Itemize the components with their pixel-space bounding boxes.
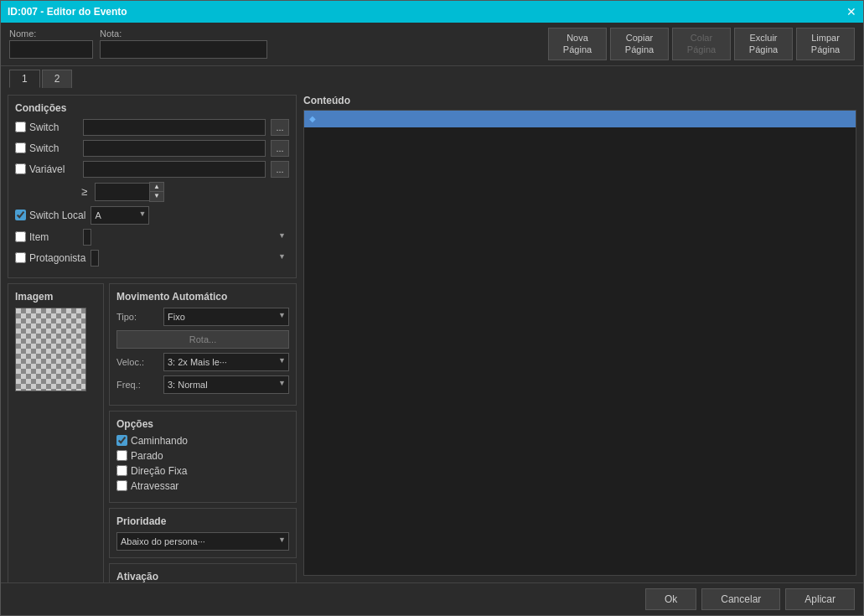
- spin-up-btn[interactable]: ▲: [150, 183, 163, 192]
- atravessar-label: Atravessar: [131, 480, 178, 492]
- opt-atravessar: Atravessar: [116, 480, 289, 492]
- freq-dropdown-wrap: 3: Normal: [163, 375, 289, 394]
- variavel-btn[interactable]: ...: [271, 161, 289, 178]
- nota-input[interactable]: [100, 40, 267, 59]
- veloc-row: Veloc.: 3: 2x Mais le···: [116, 353, 289, 371]
- title-bar: ID:007 - Editor do Evento ✕: [1, 1, 863, 23]
- item-dropdown[interactable]: [83, 229, 91, 246]
- protagonista-label[interactable]: Protagonista: [15, 252, 85, 264]
- ok-button[interactable]: Ok: [645, 588, 696, 610]
- protagonista-checkbox[interactable]: [15, 252, 26, 263]
- image-preview[interactable]: [15, 308, 86, 391]
- switch2-checkbox[interactable]: [15, 142, 26, 153]
- switch2-btn[interactable]: ...: [271, 140, 289, 157]
- content-row[interactable]: ◆: [304, 111, 856, 127]
- switch-local-label[interactable]: Switch Local: [15, 210, 85, 221]
- item-label[interactable]: Item: [15, 231, 78, 243]
- num-spinners: ▲ ▼: [149, 182, 164, 202]
- tipo-dropdown[interactable]: Fixo Aleatório Para o herói Personalizad…: [163, 308, 289, 326]
- switch1-checkbox[interactable]: [15, 122, 26, 132]
- toolbar-buttons: NovaPágina CopiarPágina ColarPágina Excl…: [548, 28, 855, 60]
- switch-local-checkbox[interactable]: [15, 210, 26, 220]
- item-text: Item: [29, 231, 49, 243]
- nova-pagina-button[interactable]: NovaPágina: [548, 28, 607, 60]
- nome-field-group: Nome:: [9, 28, 93, 59]
- tab-1[interactable]: 1: [9, 70, 40, 88]
- variavel-checkbox[interactable]: [15, 163, 26, 174]
- item-checkbox[interactable]: [15, 231, 26, 242]
- conditions-section: Condições Switch ... Switch: [8, 95, 297, 278]
- image-section: Imagem: [8, 283, 104, 582]
- switch2-input[interactable]: [83, 140, 266, 157]
- nome-input[interactable]: [9, 40, 93, 59]
- parado-checkbox[interactable]: [116, 450, 127, 461]
- direcao-fixa-checkbox[interactable]: [116, 465, 127, 476]
- cancel-button[interactable]: Cancelar: [701, 588, 780, 610]
- content-list[interactable]: ◆: [303, 110, 856, 576]
- left-panel: Condições Switch ... Switch: [8, 95, 297, 576]
- parado-label: Parado: [131, 450, 163, 462]
- options-section: Opções Caminhando Parado: [109, 411, 297, 503]
- switch-local-row: Switch Local A B C D: [15, 206, 289, 225]
- options-title: Opções: [116, 418, 289, 430]
- activation-title: Ativação: [116, 571, 289, 582]
- limpar-pagina-button[interactable]: LimparPágina: [796, 28, 855, 60]
- switch1-btn[interactable]: ...: [271, 119, 289, 136]
- num-input-wrap: ▲ ▼: [95, 182, 164, 202]
- switch1-label[interactable]: Switch: [15, 122, 78, 133]
- priority-dropdown[interactable]: Abaixo do persona··· Acima do personagem…: [116, 532, 289, 551]
- close-button[interactable]: ✕: [846, 6, 856, 18]
- nome-label: Nome:: [9, 28, 93, 39]
- opt-parado: Parado: [116, 450, 289, 462]
- movement-title: Movimento Automático: [116, 291, 289, 303]
- content-title: Conteúdo: [303, 95, 856, 106]
- switch-local-text: Switch Local: [29, 210, 85, 221]
- protagonista-dropdown[interactable]: [91, 250, 99, 267]
- variavel-label[interactable]: Variável: [15, 163, 78, 175]
- tab-2[interactable]: 2: [42, 70, 73, 88]
- switch1-input[interactable]: [83, 119, 266, 136]
- diamond-icon: ◆: [309, 114, 316, 123]
- num-input[interactable]: [95, 183, 149, 201]
- item-row: Item: [15, 229, 289, 246]
- atravessar-checkbox[interactable]: [116, 480, 127, 491]
- protagonista-dropdown-wrap: [91, 250, 289, 267]
- copiar-pagina-button[interactable]: CopiarPágina: [610, 28, 669, 60]
- var-num-row: ≥ ▲ ▼: [15, 182, 289, 202]
- apply-button[interactable]: Aplicar: [785, 588, 855, 610]
- colar-pagina-button[interactable]: ColarPágina: [672, 28, 731, 60]
- direcao-fixa-label: Direção Fixa: [131, 465, 187, 477]
- right-panel: Conteúdo ◆: [303, 95, 856, 576]
- rota-button[interactable]: Rota...: [116, 330, 289, 349]
- priority-dropdown-wrap: Abaixo do persona··· Acima do personagem…: [116, 532, 289, 551]
- switch2-label[interactable]: Switch: [15, 142, 78, 154]
- protagonista-row: Protagonista: [15, 250, 289, 267]
- veloc-label: Veloc.:: [116, 357, 158, 367]
- tipo-dropdown-wrap: Fixo Aleatório Para o herói Personalizad…: [163, 308, 289, 326]
- tabs-bar: 1 2: [1, 66, 863, 88]
- window-title: ID:007 - Editor do Evento: [8, 6, 127, 18]
- ge-symbol: ≥: [81, 185, 91, 198]
- caminhando-checkbox[interactable]: [116, 435, 127, 446]
- item-dropdown-wrap: [83, 229, 289, 246]
- switch1-row: Switch ...: [15, 119, 289, 136]
- veloc-dropdown[interactable]: 3: 2x Mais le···: [163, 353, 289, 371]
- excluir-pagina-button[interactable]: ExcluirPágina: [734, 28, 793, 60]
- freq-dropdown[interactable]: 3: Normal: [163, 375, 289, 394]
- toolbar-fields: Nome: Nota:: [9, 28, 541, 59]
- opt-direcao-fixa: Direção Fixa: [116, 465, 289, 477]
- switch-local-dropdown-wrap: A B C D: [91, 206, 149, 225]
- variavel-text: Variável: [29, 163, 65, 175]
- opt-caminhando: Caminhando: [116, 435, 289, 447]
- main-content: Condições Switch ... Switch: [1, 88, 863, 582]
- tipo-label: Tipo:: [116, 312, 158, 322]
- spin-down-btn[interactable]: ▼: [150, 192, 163, 201]
- variavel-row: Variável ...: [15, 161, 289, 178]
- nota-field-group: Nota:: [100, 28, 267, 59]
- freq-row: Freq.: 3: Normal: [116, 375, 289, 394]
- variavel-input[interactable]: [83, 161, 266, 178]
- veloc-dropdown-wrap: 3: 2x Mais le···: [163, 353, 289, 371]
- switch2-text: Switch: [29, 142, 59, 154]
- protagonista-text: Protagonista: [29, 252, 85, 264]
- switch-local-dropdown[interactable]: A B C D: [91, 206, 149, 225]
